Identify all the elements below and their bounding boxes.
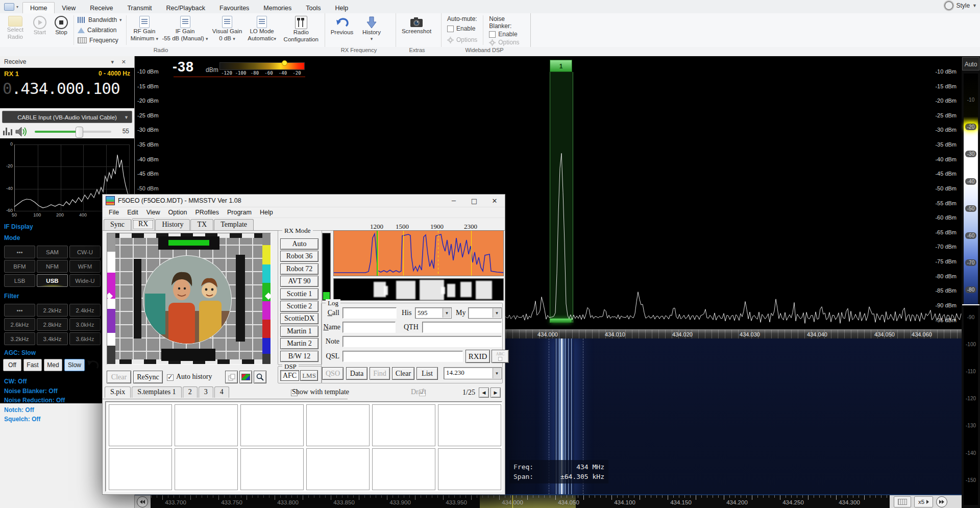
magnifier-button[interactable]	[254, 371, 266, 383]
menu-profiles[interactable]: PRofiles	[191, 209, 223, 216]
bottom-tab-3[interactable]: 3	[199, 386, 213, 398]
volume-handle[interactable]	[76, 127, 83, 138]
qsl-input[interactable]	[342, 351, 463, 362]
thumbnail-cell[interactable]	[438, 448, 501, 490]
mode-button-bfm[interactable]: BFM	[4, 260, 35, 273]
start-button[interactable]: Start	[29, 14, 51, 46]
mode-button-nfm[interactable]: NFM	[37, 260, 68, 273]
thumbnail-cell[interactable]	[240, 404, 304, 446]
his-select[interactable]: 595▼	[415, 307, 452, 319]
filter-button-2-4khz[interactable]: 2.4kHz	[69, 304, 101, 317]
mmsstv-title-bar[interactable]: F5OEO (F5OEO.MDT) - MMSSTV Ver 1.08 ─ □ …	[103, 195, 505, 207]
previous-button[interactable]: Previous	[327, 14, 357, 46]
panel-close-icon[interactable]: ✕	[121, 59, 126, 65]
auto-scale-button[interactable]: Auto	[962, 57, 979, 70]
bottom-tab-4[interactable]: 4	[214, 386, 229, 398]
equalizer-icon[interactable]	[3, 128, 12, 135]
noise-blanker-enable-checkbox[interactable]: Enable	[489, 31, 525, 38]
chevron-down-icon[interactable]: ▼	[443, 308, 451, 318]
auto-mute-options-button[interactable]: Options	[447, 35, 477, 45]
mode-button-sam[interactable]: SAM	[37, 246, 68, 258]
menu-help[interactable]: Help	[256, 209, 277, 216]
agc-button-slow[interactable]: Slow	[64, 359, 85, 371]
filter-button-2-2khz[interactable]: 2.2kHz	[37, 304, 68, 317]
thumbnail-cell[interactable]	[438, 404, 501, 446]
close-button[interactable]: ✕	[484, 195, 505, 207]
copy-button[interactable]	[225, 371, 238, 383]
page-previous-button[interactable]: ◀	[479, 388, 489, 398]
abc-button[interactable]: ABC	[492, 350, 509, 363]
ribbon-tab-view[interactable]: View	[55, 3, 83, 13]
select-radio-button[interactable]: Select Radio	[2, 14, 29, 46]
stop-button[interactable]: Stop	[51, 14, 72, 46]
ribbon-tab-tools[interactable]: Tools	[299, 3, 328, 13]
frequency-display[interactable]: 0.434.000.100	[3, 79, 120, 98]
menu-option[interactable]: Option	[164, 209, 191, 216]
mode-button-usb[interactable]: USB	[37, 274, 68, 287]
menu-edit[interactable]: Edit	[123, 209, 142, 216]
thumbnail-cell[interactable]	[175, 404, 238, 446]
speaker-icon[interactable]	[15, 126, 29, 137]
waterfall-color-scale[interactable]: Auto -10-20-30-40-50-60-70-80-90-100-110…	[962, 56, 980, 508]
app-icon[interactable]	[4, 3, 14, 11]
sstv-spectrum[interactable]	[333, 230, 504, 276]
menu-view[interactable]: View	[142, 209, 164, 216]
ribbon-tab-receive[interactable]: Receive	[83, 3, 120, 13]
checkbox-icon[interactable]	[489, 31, 496, 38]
quick-access-toolbar[interactable]: ▾	[0, 0, 22, 13]
bandwidth-button[interactable]: Bandwidth ▾	[78, 15, 122, 25]
mode-button-cw-u[interactable]: CW-U	[69, 246, 101, 258]
afc-button[interactable]: AFC	[280, 370, 299, 381]
filter-button-3-0khz[interactable]: 3.0kHz	[69, 318, 101, 331]
if-gain-button[interactable]: IF Gain -55 dB (Manual) ▾	[161, 14, 210, 46]
zoom-button[interactable]: x5	[914, 496, 933, 507]
note-input[interactable]	[342, 336, 502, 347]
mode-button-wfm[interactable]: WFM	[69, 260, 101, 273]
thumbnail-cell[interactable]	[109, 404, 172, 446]
bottom-tab-s-pix[interactable]: S.pix	[105, 386, 131, 398]
lms-button[interactable]: LMS	[300, 370, 318, 381]
bottom-tab-2[interactable]: 2	[183, 386, 198, 398]
rf-gain-button[interactable]: RF Gain Minimum ▾	[128, 14, 160, 46]
call-input[interactable]	[342, 307, 397, 319]
clear-log-button[interactable]: Clear	[392, 367, 414, 380]
filter-button-2-8khz[interactable]: 2.8kHz	[37, 318, 68, 331]
ribbon-tab-help[interactable]: Help	[328, 3, 355, 13]
agc-undo-icon[interactable]	[86, 358, 99, 371]
image-button[interactable]	[239, 371, 252, 383]
threshold-line[interactable]	[962, 304, 979, 305]
agc-button-fast[interactable]: Fast	[23, 359, 42, 371]
checkbox-icon[interactable]	[447, 26, 454, 32]
rx-mode-scottie-2[interactable]: Scottie 2	[280, 301, 318, 312]
log-frequency-select[interactable]: 14.230▼	[444, 367, 502, 379]
ribbon-tab-transmit[interactable]: Transmit	[120, 3, 159, 13]
rxid-button[interactable]: RXID	[465, 350, 490, 363]
screenshot-button[interactable]: Screenshot	[398, 14, 435, 46]
rx-mode-scottiedx[interactable]: ScottieDX	[280, 313, 318, 324]
qth-input[interactable]	[422, 322, 502, 333]
name-input[interactable]	[342, 322, 396, 333]
radio-configuration-button[interactable]: Radio Configuration	[279, 14, 323, 46]
clear-button[interactable]: Clear	[107, 371, 131, 383]
filter-button-3-2khz[interactable]: 3.2kHz	[4, 332, 35, 345]
thumbnail-cell[interactable]	[306, 448, 370, 490]
agc-button-med[interactable]: Med	[44, 359, 62, 371]
qat-dropdown-icon[interactable]: ▾	[16, 5, 18, 9]
calibration-button[interactable]: Calibration	[78, 26, 122, 35]
minimize-button[interactable]: ─	[444, 195, 464, 207]
mmsstv-tab-template[interactable]: Template	[214, 219, 254, 230]
filter-button-2-6khz[interactable]: 2.6kHz	[4, 318, 35, 331]
page-next-button[interactable]: ▶	[491, 388, 501, 398]
chevron-down-icon[interactable]: ▼	[493, 368, 501, 378]
volume-slider[interactable]	[35, 131, 111, 133]
chevron-down-icon[interactable]: ▼	[493, 308, 501, 318]
mmsstv-tab-history[interactable]: History	[155, 219, 190, 230]
rx-mode-martin-2[interactable]: Martin 2	[280, 338, 318, 349]
ribbon-tab-memories[interactable]: Memories	[256, 3, 299, 13]
ribbon-tab-rec-playback[interactable]: Rec/Playback	[159, 3, 212, 13]
mmsstv-tab-rx[interactable]: RX	[132, 219, 155, 231]
panel-chevron-down-icon[interactable]: ▾	[111, 59, 114, 65]
receive-panel-header[interactable]: Receive	[0, 56, 134, 68]
rx-mode-robot-72[interactable]: Robot 72	[280, 263, 318, 275]
thumbnail-cell[interactable]	[372, 404, 435, 446]
